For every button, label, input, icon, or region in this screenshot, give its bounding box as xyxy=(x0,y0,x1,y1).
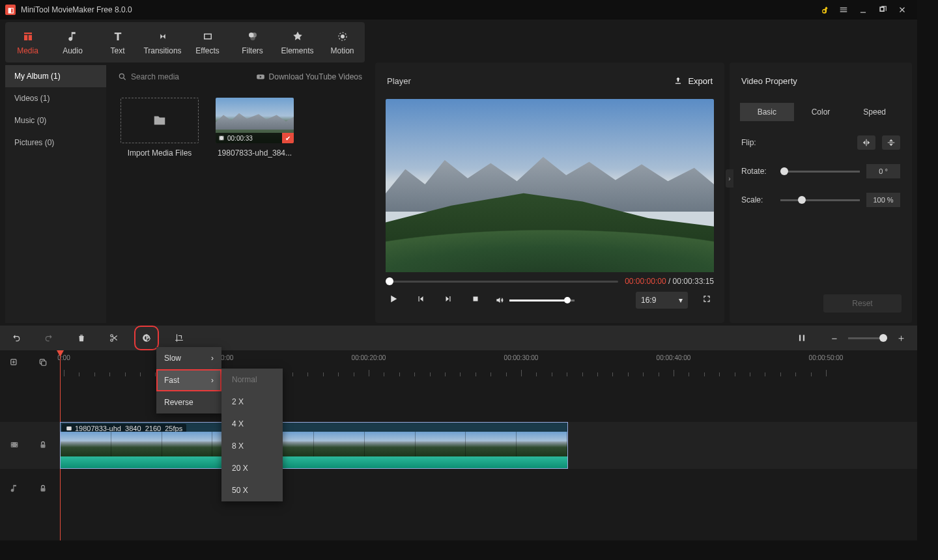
flip-vertical-button[interactable] xyxy=(882,135,900,150)
speed-normal: Normal xyxy=(221,369,283,391)
speed-reverse[interactable]: Reverse xyxy=(156,391,221,413)
ribbon-text[interactable]: Text xyxy=(95,22,140,63)
zoom-out-button[interactable]: − xyxy=(827,331,842,345)
chevron-down-icon: ▾ xyxy=(679,296,683,305)
search-icon xyxy=(118,72,127,81)
key-icon[interactable] xyxy=(814,0,834,20)
split-button[interactable] xyxy=(107,331,121,345)
video-track-lock[interactable] xyxy=(38,440,48,451)
svg-rect-18 xyxy=(41,488,46,491)
sidebar-item-videos[interactable]: Videos (1) xyxy=(5,87,106,109)
app-title: MiniTool MovieMaker Free 8.0.0 xyxy=(21,5,132,14)
next-frame-button[interactable] xyxy=(440,294,456,306)
elements-icon xyxy=(292,29,304,44)
minimize-icon[interactable] xyxy=(853,0,873,20)
media-icon xyxy=(22,29,34,44)
sidebar-item-music[interactable]: Music (0) xyxy=(5,109,106,132)
flip-horizontal-button[interactable] xyxy=(857,135,875,150)
chevron-right-icon: › xyxy=(211,376,214,385)
download-youtube-button[interactable]: Download YouTube Videos xyxy=(256,72,362,81)
scale-slider[interactable] xyxy=(780,199,860,201)
speed-20x[interactable]: 20 X xyxy=(221,457,283,479)
fullscreen-button[interactable] xyxy=(700,294,714,306)
tab-basic[interactable]: Basic xyxy=(740,103,794,121)
check-icon: ✔ xyxy=(282,133,294,143)
speed-8x[interactable]: 8 X xyxy=(221,435,283,457)
svg-point-3 xyxy=(341,35,345,38)
volume-control[interactable] xyxy=(495,296,575,305)
export-icon xyxy=(674,76,683,85)
svg-rect-11 xyxy=(799,335,801,341)
delete-button[interactable] xyxy=(74,331,89,345)
ribbon: Media Audio Text Transitions Effects Fil… xyxy=(5,22,365,63)
prev-frame-button[interactable] xyxy=(413,294,429,306)
undo-button[interactable] xyxy=(9,331,23,345)
app-logo: ◧ xyxy=(5,5,16,15)
time-display: 00:00:00:00 / 00:00:33:15 xyxy=(625,277,714,286)
player-title: Player xyxy=(387,76,411,86)
aspect-ratio-select[interactable]: 16:9▾ xyxy=(636,292,688,309)
audio-track-lock[interactable] xyxy=(38,484,48,495)
crop-button[interactable] xyxy=(172,331,186,345)
maximize-icon[interactable] xyxy=(873,0,892,20)
speed-button[interactable] xyxy=(139,331,154,345)
track-list-button[interactable] xyxy=(38,357,48,369)
audio-track-icon[interactable] xyxy=(10,484,19,495)
scale-value[interactable]: 100 % xyxy=(866,193,900,207)
tab-speed[interactable]: Speed xyxy=(847,103,902,121)
volume-icon xyxy=(495,296,504,305)
ribbon-media[interactable]: Media xyxy=(5,22,50,63)
search-input[interactable]: Search media xyxy=(118,72,179,81)
folder-icon xyxy=(151,113,168,128)
sidebar-item-pictures[interactable]: Pictures (0) xyxy=(5,132,106,154)
ribbon-transitions[interactable]: Transitions xyxy=(140,22,185,63)
add-track-button[interactable] xyxy=(10,357,19,369)
audio-icon xyxy=(67,29,79,44)
collapse-panel-button[interactable]: › xyxy=(726,169,733,188)
redo-button[interactable] xyxy=(42,331,56,345)
svg-rect-17 xyxy=(41,444,46,447)
youtube-icon xyxy=(256,72,265,81)
stop-button[interactable] xyxy=(468,294,483,306)
svg-rect-12 xyxy=(803,335,804,341)
svg-rect-15 xyxy=(42,361,46,365)
svg-point-2 xyxy=(250,36,255,41)
svg-point-5 xyxy=(119,74,124,78)
property-title: Video Property xyxy=(730,63,912,99)
film-icon xyxy=(218,135,225,141)
import-media-tile[interactable]: Import Media Files xyxy=(119,98,200,158)
speed-4x[interactable]: 4 X xyxy=(221,413,283,435)
speed-2x[interactable]: 2 X xyxy=(221,391,283,413)
sidebar-item-myalbum[interactable]: My Album (1) xyxy=(5,65,106,87)
filters-icon xyxy=(247,29,259,44)
text-icon xyxy=(112,29,124,44)
reset-button[interactable]: Reset xyxy=(823,294,902,313)
zoom-slider[interactable] xyxy=(848,337,887,339)
video-track-icon[interactable] xyxy=(10,440,19,451)
film-icon xyxy=(66,425,72,432)
speed-slow[interactable]: Slow› xyxy=(156,347,221,369)
player-preview[interactable] xyxy=(386,99,714,272)
rotate-slider[interactable] xyxy=(780,171,860,173)
ribbon-effects[interactable]: Effects xyxy=(185,22,230,63)
media-clip-tile[interactable]: 00:00:33 ✔ 19807833-uhd_384... xyxy=(214,98,295,158)
speed-fast[interactable]: Fast› xyxy=(156,369,221,391)
ribbon-motion[interactable]: Motion xyxy=(320,22,365,63)
timeline-clip[interactable]: 19807833-uhd_3840_2160_25fps xyxy=(60,422,568,469)
zoom-in-button[interactable]: ＋ xyxy=(894,331,908,345)
tab-color[interactable]: Color xyxy=(794,103,848,121)
titlebar: ◧ MiniTool MovieMaker Free 8.0.0 xyxy=(0,0,917,20)
close-icon[interactable] xyxy=(892,0,912,20)
marker-button[interactable] xyxy=(795,331,809,345)
seek-bar[interactable] xyxy=(386,281,618,283)
ribbon-audio[interactable]: Audio xyxy=(50,22,95,63)
menu-icon[interactable] xyxy=(834,0,853,20)
effects-icon xyxy=(202,29,214,44)
speed-50x[interactable]: 50 X xyxy=(221,479,283,501)
rotate-value[interactable]: 0 ° xyxy=(866,164,900,178)
ribbon-elements[interactable]: Elements xyxy=(275,22,320,63)
play-button[interactable] xyxy=(386,293,401,307)
ribbon-filters[interactable]: Filters xyxy=(230,22,275,63)
chevron-right-icon: › xyxy=(211,354,214,363)
export-button[interactable]: Export xyxy=(674,76,713,86)
